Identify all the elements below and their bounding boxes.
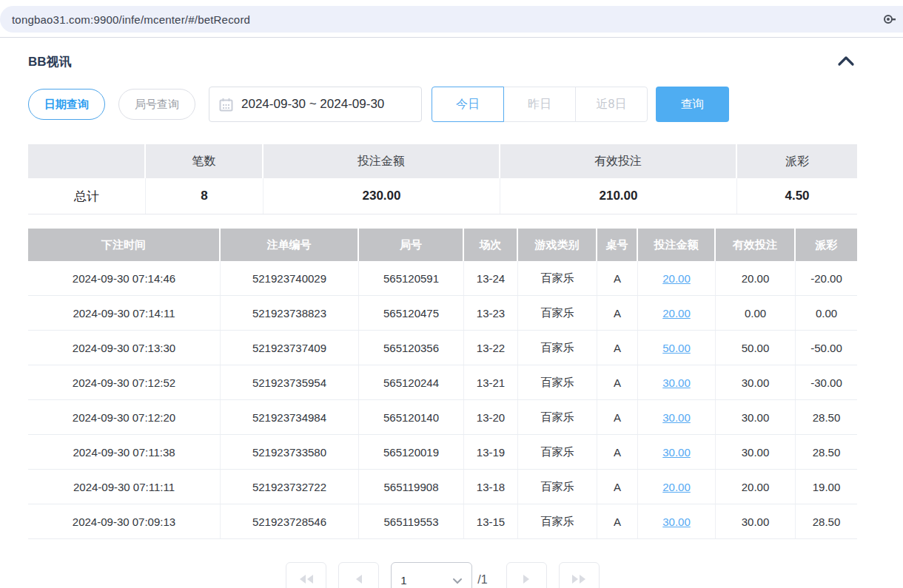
bet-amount-link[interactable]: 30.00 bbox=[662, 411, 691, 424]
cell-table-no: A bbox=[597, 365, 638, 399]
topbar-divider bbox=[0, 37, 903, 38]
search-button[interactable]: 查询 bbox=[656, 87, 729, 122]
summary-valid-bet-value: 210.00 bbox=[500, 178, 737, 214]
cell-payout: -20.00 bbox=[796, 261, 857, 295]
cell-game-type: 百家乐 bbox=[518, 504, 597, 538]
cell-payout: 28.50 bbox=[796, 504, 857, 538]
cell-payout: 19.00 bbox=[796, 470, 857, 504]
key-icon[interactable] bbox=[882, 13, 896, 26]
page-select-value: 1 bbox=[400, 574, 406, 587]
summary-header-count: 笔数 bbox=[146, 144, 263, 178]
browser-address-bar[interactable]: tongbao31.com:9900/infe/mcenter/#/betRec… bbox=[0, 6, 903, 33]
cell-valid-bet: 50.00 bbox=[716, 331, 796, 365]
cell-bet-time: 2024-09-30 07:13:30 bbox=[28, 331, 221, 365]
url-text: tongbao31.com:9900/infe/mcenter/#/betRec… bbox=[12, 13, 250, 26]
summary-payout-value: 4.50 bbox=[737, 178, 857, 214]
cell-valid-bet: 20.00 bbox=[716, 470, 796, 504]
col-header-bet-amount: 投注金额 bbox=[638, 229, 716, 261]
summary-table: 笔数 投注金额 有效投注 派彩 总计 8 230.00 210.00 4.50 bbox=[28, 144, 857, 214]
bet-amount-link[interactable]: 20.00 bbox=[662, 481, 691, 493]
cell-table-no: A bbox=[597, 331, 638, 365]
chevron-up-icon bbox=[836, 55, 856, 69]
last-page-button[interactable] bbox=[559, 562, 600, 588]
cell-valid-bet: 30.00 bbox=[716, 435, 796, 469]
cell-round: 565119908 bbox=[359, 470, 464, 504]
cell-bet-time: 2024-09-30 07:12:20 bbox=[28, 400, 221, 434]
col-header-game-type: 游戏类别 bbox=[518, 229, 597, 261]
cell-session: 13-24 bbox=[464, 261, 518, 295]
cell-valid-bet: 20.00 bbox=[716, 261, 796, 295]
cell-session: 13-15 bbox=[464, 504, 518, 538]
cell-game-type: 百家乐 bbox=[518, 296, 597, 330]
bet-amount-link[interactable]: 20.00 bbox=[662, 272, 691, 285]
summary-header-valid-bet: 有效投注 bbox=[500, 144, 737, 178]
page-total-label: /1 bbox=[477, 573, 487, 587]
col-header-valid-bet: 有效投注 bbox=[716, 229, 796, 261]
browser-topbar: tongbao31.com:9900/infe/mcenter/#/betRec… bbox=[0, 0, 903, 38]
col-header-round: 局号 bbox=[359, 229, 464, 261]
page-title: BB视讯 bbox=[28, 53, 72, 70]
cell-table-no: A bbox=[597, 435, 638, 469]
bet-record-panel: BB视讯 日期查询 局号查询 2024- bbox=[0, 53, 903, 588]
cell-payout: -30.00 bbox=[796, 365, 857, 399]
col-header-bet-time: 下注时间 bbox=[28, 229, 221, 261]
cell-round: 565120140 bbox=[359, 400, 464, 434]
cell-payout: 28.50 bbox=[796, 400, 857, 434]
bet-amount-link[interactable]: 30.00 bbox=[662, 376, 691, 389]
summary-header-blank bbox=[28, 144, 146, 178]
page-select[interactable]: 1 bbox=[391, 562, 472, 588]
cell-bet-id: 521923733580 bbox=[221, 435, 359, 469]
today-button[interactable]: 今日 bbox=[432, 87, 504, 122]
bet-amount-link[interactable]: 50.00 bbox=[662, 342, 691, 354]
tab-date-query[interactable]: 日期查询 bbox=[28, 89, 105, 120]
cell-bet-amount: 50.00 bbox=[638, 331, 716, 365]
table-row: 2024-09-30 07:12:20521923734984565120140… bbox=[28, 400, 857, 435]
cell-game-type: 百家乐 bbox=[518, 400, 597, 434]
cell-session: 13-22 bbox=[464, 331, 518, 365]
bet-amount-link[interactable]: 30.00 bbox=[662, 516, 691, 528]
cell-round: 565119553 bbox=[359, 504, 464, 538]
table-header-row: 下注时间 注单编号 局号 场次 游戏类别 桌号 投注金额 有效投注 派彩 bbox=[28, 229, 857, 261]
cell-game-type: 百家乐 bbox=[518, 261, 597, 295]
cell-table-no: A bbox=[597, 261, 638, 295]
first-page-button[interactable] bbox=[286, 562, 326, 588]
cell-game-type: 百家乐 bbox=[518, 470, 597, 504]
last8days-button[interactable]: 近8日 bbox=[575, 87, 648, 122]
cell-payout: -50.00 bbox=[796, 331, 857, 365]
table-row: 2024-09-30 07:13:30521923737409565120356… bbox=[28, 331, 857, 365]
cell-bet-id: 521923737409 bbox=[221, 331, 359, 365]
bet-amount-link[interactable]: 20.00 bbox=[662, 307, 691, 320]
cell-session: 13-20 bbox=[464, 400, 518, 434]
yesterday-button[interactable]: 昨日 bbox=[503, 87, 576, 122]
cell-valid-bet: 0.00 bbox=[716, 296, 796, 330]
cell-bet-amount: 30.00 bbox=[638, 504, 716, 538]
cell-payout: 0.00 bbox=[796, 296, 857, 330]
col-header-session: 场次 bbox=[464, 229, 518, 261]
cell-bet-time: 2024-09-30 07:09:13 bbox=[28, 504, 221, 538]
cell-game-type: 百家乐 bbox=[518, 365, 597, 399]
double-arrow-left-icon bbox=[298, 573, 315, 587]
double-arrow-right-icon bbox=[571, 573, 587, 587]
summary-count-value: 8 bbox=[146, 178, 263, 214]
bet-record-table: 下注时间 注单编号 局号 场次 游戏类别 桌号 投注金额 有效投注 派彩 202… bbox=[28, 229, 857, 539]
cell-valid-bet: 30.00 bbox=[716, 400, 796, 434]
table-body: 2024-09-30 07:14:46521923740029565120591… bbox=[28, 261, 857, 539]
summary-header-row: 笔数 投注金额 有效投注 派彩 bbox=[28, 144, 857, 178]
cell-bet-amount: 30.00 bbox=[638, 400, 716, 434]
col-header-bet-id: 注单编号 bbox=[221, 229, 359, 261]
next-page-button[interactable] bbox=[506, 562, 547, 588]
cell-bet-id: 521923734984 bbox=[221, 400, 359, 434]
date-range-input[interactable]: 2024-09-30 ~ 2024-09-30 bbox=[209, 87, 422, 122]
cell-session: 13-21 bbox=[464, 365, 518, 399]
collapse-panel-button[interactable] bbox=[835, 53, 857, 70]
cell-bet-id: 521923735954 bbox=[221, 365, 359, 399]
cell-round: 565120591 bbox=[359, 261, 464, 295]
cell-bet-amount: 30.00 bbox=[638, 365, 716, 399]
bet-amount-link[interactable]: 30.00 bbox=[662, 446, 691, 459]
tab-round-query[interactable]: 局号查询 bbox=[118, 89, 195, 120]
table-row: 2024-09-30 07:11:38521923733580565120019… bbox=[28, 435, 857, 470]
cell-bet-amount: 20.00 bbox=[638, 470, 716, 504]
prev-page-button[interactable] bbox=[338, 562, 379, 588]
cell-bet-id: 521923728546 bbox=[221, 504, 359, 538]
cell-bet-time: 2024-09-30 07:11:38 bbox=[28, 435, 221, 469]
